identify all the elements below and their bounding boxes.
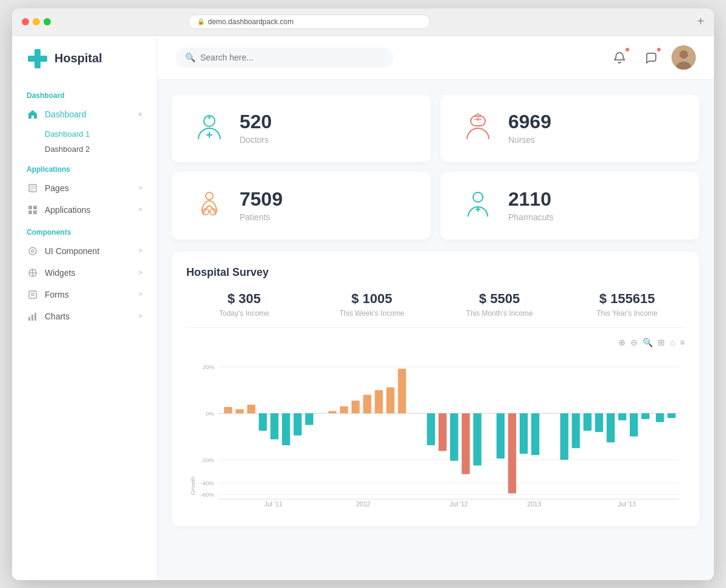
notification-badge (624, 47, 630, 53)
sidebar-item-charts[interactable]: Charts (12, 305, 157, 327)
svg-rect-72 (531, 413, 539, 455)
svg-rect-59 (352, 400, 359, 413)
svg-rect-76 (595, 413, 603, 432)
survey-section: Hospital Survey $ 305 Today's Income $ 1… (172, 252, 699, 526)
year-income-label: This Year's Income (569, 309, 685, 318)
svg-rect-9 (33, 211, 37, 214)
svg-point-35 (473, 192, 483, 202)
pharmacist-icon (460, 189, 496, 223)
income-stats: $ 305 Today's Income $ 1005 This Week's … (186, 291, 685, 328)
search-input[interactable] (200, 53, 384, 62)
pharmacuts-count: 2110 (508, 189, 554, 210)
sidebar-subitem-dashboard2[interactable]: Dashboard 2 (12, 142, 157, 157)
pharmacuts-label: Pharmacuts (508, 212, 554, 222)
sidebar-item-ui-component[interactable]: UI Component (12, 240, 157, 262)
nurses-label: Nurses (508, 135, 551, 145)
svg-text:2013: 2013 (527, 500, 541, 507)
notification-button[interactable] (609, 47, 630, 68)
widgets-icon (27, 267, 39, 279)
home-chart-icon[interactable]: ⌂ (670, 338, 675, 347)
svg-rect-80 (641, 413, 649, 419)
svg-rect-69 (497, 413, 505, 459)
stat-card-doctors: 520 Doctors (172, 94, 431, 162)
svg-text:-40%: -40% (201, 480, 215, 486)
chevron-right-icon2 (139, 206, 142, 213)
stats-grid: 520 Doctors (172, 94, 699, 240)
sidebar-item-widgets[interactable]: Widgets (12, 262, 157, 284)
survey-title: Hospital Survey (186, 266, 685, 279)
sidebar-item-applications[interactable]: Applications (12, 199, 157, 221)
zoom-reset-icon[interactable]: 🔍 (643, 338, 653, 347)
income-stat-week: $ 1005 This Week's Income (314, 291, 430, 318)
sidebar-item-pages[interactable]: Pages (12, 177, 157, 199)
income-stat-month: $ 5505 This Month's Income (442, 291, 557, 318)
svg-text:Jul '12: Jul '12 (450, 500, 468, 507)
stat-card-pharmacuts: 2110 Pharmacuts (440, 172, 699, 240)
sidebar-item-pages-label: Pages (45, 183, 139, 193)
zoom-out-icon[interactable]: ⊖ (630, 338, 638, 347)
svg-rect-60 (363, 394, 371, 413)
svg-rect-82 (667, 413, 675, 418)
svg-rect-67 (462, 413, 469, 474)
bell-icon (613, 51, 626, 64)
close-button[interactable] (22, 18, 29, 25)
svg-text:-60%: -60% (201, 491, 215, 498)
charts-icon (27, 310, 39, 322)
stat-info-nurses: 6969 Nurses (508, 111, 551, 145)
svg-rect-57 (329, 411, 336, 413)
url-bar[interactable]: 🔒 demo.dashboardpack.com (188, 15, 430, 29)
download-icon[interactable]: ⊞ (658, 338, 665, 347)
chevron-right-icon6 (139, 313, 142, 319)
stat-info-patients: 7509 Patients (240, 189, 283, 222)
menu-icon[interactable]: ≡ (680, 338, 685, 347)
svg-rect-8 (28, 211, 32, 214)
chat-button[interactable] (640, 47, 662, 68)
main-content: 🔍 (157, 36, 714, 580)
svg-rect-52 (259, 413, 267, 431)
app-layout: Hospital Dashboard Dashboard Dashboard 1… (12, 36, 714, 580)
svg-text:Jul '13: Jul '13 (618, 500, 636, 507)
svg-rect-70 (508, 413, 516, 493)
zoom-in-icon[interactable]: ⊕ (618, 338, 626, 347)
stat-card-patients: 7509 Patients (172, 172, 431, 240)
svg-rect-53 (270, 413, 278, 439)
sidebar-item-dashboard[interactable]: Dashboard (12, 103, 157, 125)
content-area: 520 Doctors (157, 80, 714, 580)
search-box[interactable]: 🔍 (175, 48, 393, 67)
svg-rect-19 (31, 315, 33, 321)
svg-rect-79 (630, 413, 638, 436)
svg-rect-15 (29, 291, 36, 298)
year-income-value: $ 155615 (569, 291, 685, 307)
sidebar-item-applications-label: Applications (45, 205, 139, 215)
sidebar-item-forms-label: Forms (45, 290, 139, 299)
home-icon (27, 108, 39, 120)
minimize-button[interactable] (33, 18, 40, 25)
sidebar-subitem-dashboard1[interactable]: Dashboard 1 (12, 126, 157, 142)
svg-point-22 (679, 50, 688, 59)
search-icon: 🔍 (185, 53, 195, 62)
new-tab-button[interactable]: + (697, 15, 704, 28)
stat-card-nurses: 6969 Nurses (440, 94, 699, 162)
svg-rect-78 (618, 413, 626, 420)
svg-rect-63 (398, 368, 406, 413)
svg-rect-49 (224, 407, 232, 413)
header-right (609, 45, 696, 70)
chevron-right-icon3 (139, 247, 142, 254)
pages-icon (27, 182, 39, 194)
svg-text:20%: 20% (203, 364, 215, 370)
fullscreen-button[interactable] (44, 18, 51, 25)
apps-icon (27, 204, 39, 216)
user-avatar[interactable] (672, 45, 696, 70)
header: 🔍 (157, 36, 714, 80)
svg-rect-73 (560, 413, 568, 460)
svg-rect-68 (473, 413, 481, 465)
svg-rect-66 (450, 413, 458, 461)
svg-rect-58 (340, 406, 348, 413)
sidebar-sub-dashboard: Dashboard 1 Dashboard 2 (12, 125, 157, 158)
forms-icon (27, 289, 39, 301)
sidebar-item-widgets-label: Widgets (45, 268, 139, 278)
svg-text:Growth: Growth (189, 476, 196, 495)
patients-label: Patients (240, 212, 283, 222)
sidebar-item-forms[interactable]: Forms (12, 284, 157, 305)
svg-rect-7 (33, 206, 37, 209)
